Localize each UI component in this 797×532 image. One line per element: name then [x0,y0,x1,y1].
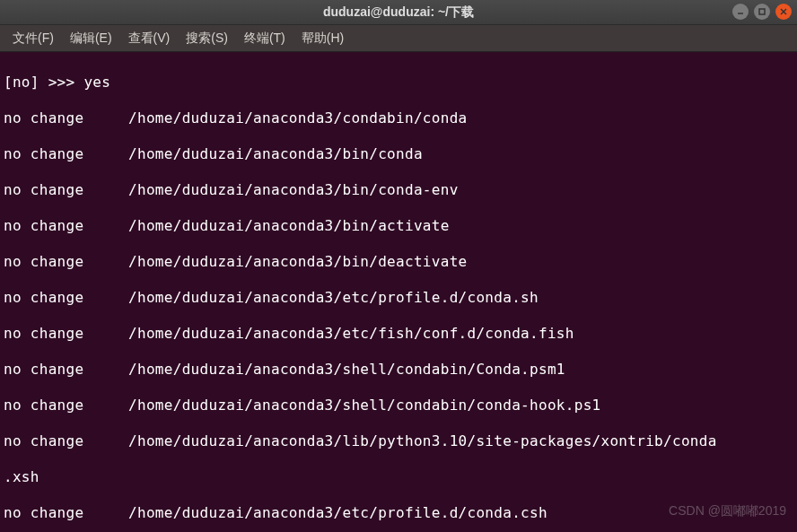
terminal-line: no change /home/duduzai/anaconda3/etc/fi… [4,325,793,343]
menubar: 文件(F) 编辑(E) 查看(V) 搜索(S) 终端(T) 帮助(H) [0,25,797,52]
window-controls [732,4,792,20]
minimize-icon[interactable] [732,4,749,20]
terminal-line: [no] >>> yes [4,74,793,92]
menu-terminal[interactable]: 终端(T) [237,27,293,50]
terminal-line: .xsh [4,468,793,486]
terminal-line: no change /home/duduzai/anaconda3/bin/co… [4,145,793,163]
terminal-line: no change /home/duduzai/anaconda3/condab… [4,109,793,127]
maximize-icon[interactable] [754,4,770,20]
menu-file[interactable]: 文件(F) [5,27,61,50]
window-title: duduzai@duduzai: ~/下载 [323,4,474,21]
terminal-line: no change /home/duduzai/anaconda3/etc/pr… [4,504,793,522]
terminal-line: no change /home/duduzai/anaconda3/bin/de… [4,253,793,271]
terminal-line: no change /home/duduzai/anaconda3/bin/ac… [4,217,793,235]
menu-view[interactable]: 查看(V) [121,27,178,50]
terminal-line: no change /home/duduzai/anaconda3/etc/pr… [4,289,793,307]
terminal-line: no change /home/duduzai/anaconda3/bin/co… [4,181,793,199]
menu-search[interactable]: 搜索(S) [179,27,235,50]
svg-rect-1 [759,9,765,14]
terminal-line: no change /home/duduzai/anaconda3/shell/… [4,361,793,379]
terminal-output[interactable]: [no] >>> yes no change /home/duduzai/ana… [0,52,797,532]
terminal-line: no change /home/duduzai/anaconda3/lib/py… [4,432,793,450]
close-icon[interactable] [775,4,792,20]
menu-help[interactable]: 帮助(H) [294,27,351,50]
terminal-line: no change /home/duduzai/anaconda3/shell/… [4,397,793,414]
menu-edit[interactable]: 编辑(E) [63,27,119,50]
titlebar: duduzai@duduzai: ~/下载 [0,0,797,25]
